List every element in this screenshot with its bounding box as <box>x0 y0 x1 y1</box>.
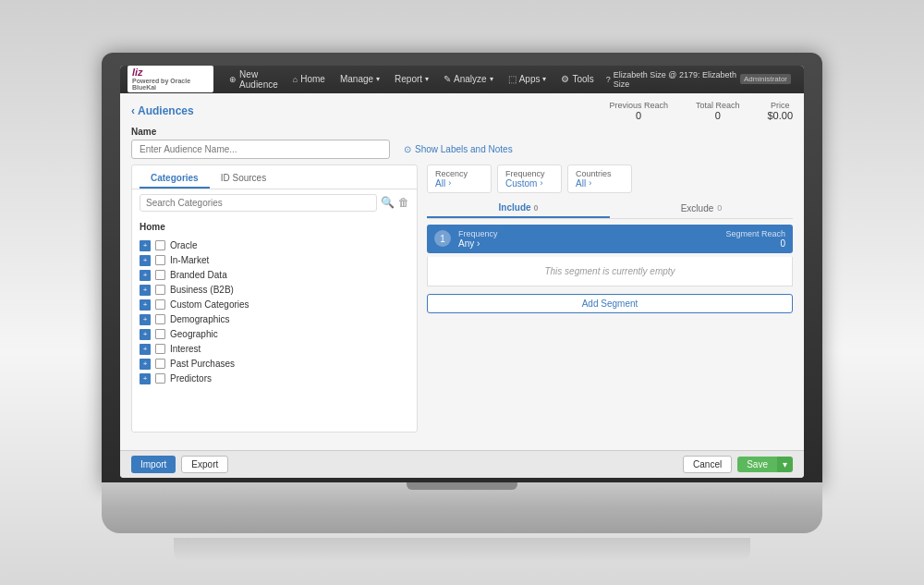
expand-icon[interactable]: + <box>140 329 151 340</box>
price-stat: Price $0.00 <box>767 101 793 121</box>
list-item[interactable]: + Custom Categories <box>140 298 409 312</box>
segment-row[interactable]: 1 Frequency Any › Segment Reach 0 <box>427 225 793 253</box>
import-button[interactable]: Import <box>131 456 176 473</box>
countries-filter[interactable]: Countries All › <box>567 165 632 193</box>
search-categories-input[interactable] <box>140 194 377 212</box>
nav-report[interactable]: Report ▾ <box>388 71 435 87</box>
save-btn-group: Save ▾ <box>737 457 793 472</box>
frequency-filter[interactable]: Frequency Custom › <box>497 165 562 193</box>
category-checkbox[interactable] <box>155 314 165 324</box>
countries-arrow-icon: › <box>589 178 591 188</box>
nav-manage[interactable]: Manage ▾ <box>334 71 386 87</box>
footer: Import Export Cancel Save ▾ <box>120 450 804 478</box>
category-label: Geographic <box>170 329 218 339</box>
footer-right: Cancel Save ▾ <box>683 456 793 473</box>
left-panel: Categories ID Sources 🔍 🗑 H <box>131 165 418 433</box>
expand-icon[interactable]: + <box>140 270 151 281</box>
filter-row: Recency All › Frequency Custom <box>427 165 793 193</box>
delete-icon[interactable]: 🗑 <box>398 196 409 209</box>
list-item[interactable]: + Interest <box>140 342 409 357</box>
right-panel: Recency All › Frequency Custom <box>427 165 793 433</box>
user-info: ? Elizabeth Size @ 2179: Elizabeth Size … <box>601 70 796 89</box>
frequency-arrow-icon: › <box>540 178 542 188</box>
list-item[interactable]: + Branded Data <box>140 268 409 283</box>
category-checkbox[interactable] <box>155 329 165 339</box>
list-item[interactable]: + Predictors <box>140 372 409 386</box>
header-stats: Previous Reach 0 Total Reach 0 Price $0.… <box>609 101 793 121</box>
category-label: In-Market <box>170 255 209 265</box>
category-checkbox[interactable] <box>155 373 165 384</box>
expand-icon[interactable]: + <box>140 344 151 355</box>
laptop-reflection <box>174 538 750 561</box>
list-item[interactable]: + In-Market <box>140 253 409 268</box>
nav-tools[interactable]: ⚙ Tools <box>554 71 600 87</box>
category-home-label: Home <box>140 220 409 234</box>
export-button[interactable]: Export <box>181 456 228 473</box>
list-item[interactable]: + Past Purchases <box>140 357 409 372</box>
category-checkbox[interactable] <box>155 299 165 310</box>
exclude-tab[interactable]: Exclude 0 <box>610 199 793 218</box>
save-dropdown-button[interactable]: ▾ <box>777 457 793 472</box>
category-label: Predictors <box>170 373 212 384</box>
search-row: 🔍 🗑 <box>132 189 417 216</box>
category-label: Past Purchases <box>170 359 235 369</box>
back-link[interactable]: ‹ Audiences <box>131 104 194 117</box>
recency-arrow-icon: › <box>448 178 451 188</box>
category-label: Custom Categories <box>170 299 249 310</box>
page-header: ‹ Audiences Previous Reach 0 Total Reach… <box>131 101 793 121</box>
two-col-layout: Categories ID Sources 🔍 🗑 H <box>131 165 793 433</box>
category-list: Home + Oracle + In-Market + Branded Data… <box>132 216 417 432</box>
tab-id-sources[interactable]: ID Sources <box>210 169 277 189</box>
category-label: Business (B2B) <box>170 285 234 295</box>
category-checkbox[interactable] <box>155 240 165 250</box>
include-tab[interactable]: Include 0 <box>427 199 610 218</box>
new-audience-btn[interactable]: ⊕ New Audience <box>223 67 285 92</box>
nav-analyze[interactable]: ✎ Analyze ▾ <box>437 71 500 87</box>
list-item[interactable]: + Demographics <box>140 312 409 327</box>
nav-home[interactable]: ⌂ Home <box>286 71 332 87</box>
expand-icon[interactable]: + <box>140 359 151 370</box>
add-segment-button[interactable]: Add Segment <box>427 294 793 313</box>
list-item[interactable]: + Oracle <box>140 238 409 253</box>
list-item[interactable]: + Geographic <box>140 327 409 342</box>
category-label: Demographics <box>170 314 229 324</box>
expand-icon[interactable]: + <box>140 373 151 384</box>
save-button[interactable]: Save <box>737 457 777 472</box>
segment-number: 1 <box>434 230 451 247</box>
empty-message: This segment is currently empty <box>427 257 793 286</box>
footer-left: Import Export <box>131 456 228 473</box>
laptop-base <box>102 482 822 533</box>
logo-subtext: Powered by Oracle BlueKai <box>132 78 209 91</box>
segment-frequency: Frequency Any › <box>458 229 725 249</box>
expand-icon[interactable]: + <box>140 285 151 296</box>
nav-items: ⊕ New Audience ⌂ Home Manage ▾ Report <box>223 67 601 92</box>
list-item[interactable]: + Business (B2B) <box>140 283 409 298</box>
left-tabs: Categories ID Sources <box>132 165 417 189</box>
search-icon[interactable]: 🔍 <box>381 196 395 209</box>
total-reach-stat: Total Reach 0 <box>696 101 740 121</box>
name-row: Name ⊙ Show Labels and Notes <box>131 127 793 159</box>
category-label: Oracle <box>170 240 197 250</box>
category-checkbox[interactable] <box>155 285 165 295</box>
audience-name-input[interactable] <box>131 140 390 159</box>
nav-apps[interactable]: ⬚ Apps ▾ <box>502 71 553 87</box>
recency-filter[interactable]: Recency All › <box>427 165 492 193</box>
include-exclude-tabs: Include 0 Exclude 0 <box>427 199 793 219</box>
app-logo: liz Powered by Oracle BlueKai <box>128 66 213 92</box>
expand-icon[interactable]: + <box>140 240 151 251</box>
tab-categories[interactable]: Categories <box>140 169 210 189</box>
category-checkbox[interactable] <box>155 344 165 354</box>
show-labels-toggle[interactable]: ⊙ Show Labels and Notes <box>404 144 513 154</box>
category-checkbox[interactable] <box>155 255 165 265</box>
category-label: Branded Data <box>170 270 227 280</box>
category-checkbox[interactable] <box>155 270 165 280</box>
previous-reach-stat: Previous Reach 0 <box>609 101 668 121</box>
expand-icon[interactable]: + <box>140 255 151 266</box>
category-checkbox[interactable] <box>155 359 165 369</box>
main-content: ‹ Audiences Previous Reach 0 Total Reach… <box>120 93 804 450</box>
name-label: Name <box>131 127 793 137</box>
category-label: Interest <box>170 344 201 354</box>
expand-icon[interactable]: + <box>140 314 151 325</box>
expand-icon[interactable]: + <box>140 299 151 311</box>
cancel-button[interactable]: Cancel <box>683 456 732 473</box>
